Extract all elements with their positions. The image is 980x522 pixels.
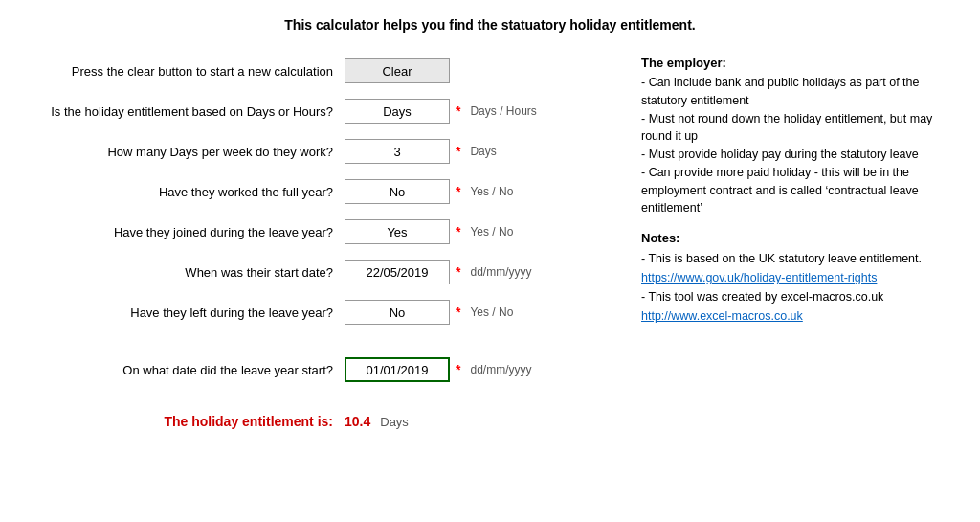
notes-point-1: - This is based on the UK statutory leav…: [641, 249, 961, 268]
leave-year-start-input-area: * dd/mm/yyyy: [345, 357, 531, 382]
form-panel: Press the clear button to start a new ca…: [19, 56, 622, 429]
right-panel: The employer: - Can include bank and pub…: [622, 56, 961, 429]
full-year-row: Have they worked the full year? * Yes / …: [19, 176, 622, 207]
days-per-week-input-area: * Days: [345, 139, 497, 164]
required-star-7: *: [456, 362, 460, 377]
holiday-basis-input-area: * Days / Hours: [345, 99, 537, 124]
employer-point-4: - Can provide more paid holiday - this w…: [641, 164, 961, 217]
start-date-row: When was their start date? * dd/mm/yyyy: [19, 257, 622, 287]
full-year-input[interactable]: [345, 179, 450, 204]
holiday-basis-label: Is the holiday entitlement based on Days…: [19, 104, 345, 119]
employer-point-3: - Must provide holiday pay during the st…: [641, 146, 961, 164]
joined-leave-year-label: Have they joined during the leave year?: [19, 225, 345, 239]
employer-point-1: - Can include bank and public holidays a…: [641, 74, 961, 110]
holiday-basis-input[interactable]: [345, 99, 450, 124]
employer-point-2: - Must not round down the holiday entitl…: [641, 110, 961, 147]
full-year-label: Have they worked the full year?: [19, 185, 345, 199]
clear-row: Press the clear button to start a new ca…: [19, 56, 622, 86]
notes-title: Notes:: [641, 231, 961, 245]
start-date-input-area: * dd/mm/yyyy: [345, 260, 531, 284]
page-title: This calculator helps you find the statu…: [19, 10, 961, 40]
joined-leave-year-row: Have they joined during the leave year? …: [19, 216, 622, 247]
result-value: 10.4: [345, 414, 370, 429]
leave-year-start-hint: dd/mm/yyyy: [470, 363, 531, 376]
start-date-hint: dd/mm/yyyy: [470, 265, 531, 279]
joined-leave-year-input-area: * Yes / No: [345, 219, 513, 244]
clear-label: Press the clear button to start a new ca…: [19, 64, 345, 79]
result-unit: Days: [380, 415, 409, 429]
start-date-label: When was their start date?: [19, 265, 345, 280]
holiday-basis-row: Is the holiday entitlement based on Days…: [19, 96, 622, 126]
clear-input-area: Clear: [345, 58, 450, 83]
days-per-week-row: How many Days per week do they work? * D…: [19, 136, 622, 167]
start-date-input[interactable]: [345, 260, 450, 284]
left-leave-year-hint: Yes / No: [470, 306, 513, 319]
left-leave-year-label: Have they left during the leave year?: [19, 306, 345, 320]
left-leave-year-input-area: * Yes / No: [345, 300, 513, 325]
employer-title: The employer:: [641, 56, 961, 70]
notes-link-1[interactable]: https://www.gov.uk/holiday-entitlement-r…: [641, 271, 877, 284]
joined-leave-year-hint: Yes / No: [470, 225, 513, 238]
days-per-week-label: How many Days per week do they work?: [19, 145, 345, 159]
required-star-2: *: [456, 144, 460, 159]
required-star-6: *: [456, 305, 460, 320]
result-row: The holiday entitlement is: 10.4 Days: [19, 404, 622, 429]
employer-text: - Can include bank and public holidays a…: [641, 74, 961, 217]
notes-text: - This is based on the UK statutory leav…: [641, 249, 961, 326]
notes-link-2[interactable]: http://www.excel-macros.co.uk: [641, 309, 803, 323]
leave-year-start-label: On what date did the leave year start?: [19, 363, 345, 377]
notes-point-2: - This tool was created by excel-macros.…: [641, 287, 961, 306]
result-label: The holiday entitlement is:: [19, 414, 345, 429]
left-leave-year-input[interactable]: [345, 300, 450, 325]
leave-year-start-row: On what date did the leave year start? *…: [19, 354, 622, 385]
required-star-3: *: [456, 184, 460, 199]
required-star: *: [456, 103, 460, 119]
left-leave-year-row: Have they left during the leave year? * …: [19, 297, 622, 328]
holiday-basis-hint: Days / Hours: [470, 104, 536, 118]
leave-year-start-input[interactable]: [345, 357, 450, 382]
full-year-input-area: * Yes / No: [345, 179, 513, 204]
clear-button[interactable]: Clear: [345, 58, 450, 83]
required-star-4: *: [456, 224, 460, 239]
full-year-hint: Yes / No: [470, 185, 513, 198]
days-per-week-hint: Days: [470, 145, 496, 158]
joined-leave-year-input[interactable]: [345, 219, 450, 244]
days-per-week-input[interactable]: [345, 139, 450, 164]
required-star-5: *: [456, 264, 460, 280]
